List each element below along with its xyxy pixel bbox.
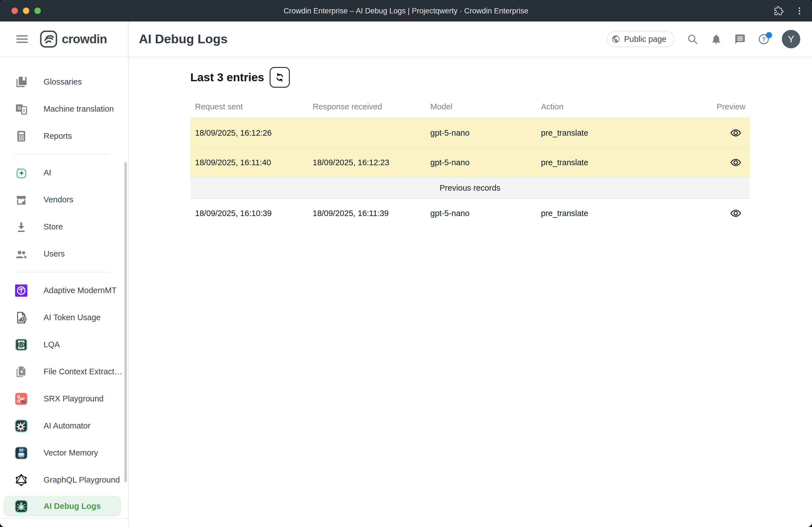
public-page-button[interactable]: Public page: [607, 31, 675, 47]
refresh-icon: [274, 72, 286, 83]
adaptive-modernmt-icon: [15, 284, 28, 297]
sidebar-item-label: File Context Extract…: [44, 367, 122, 376]
browser-window: Crowdin Enterprise – AI Debug Logs | Pro…: [0, 0, 812, 527]
close-window-button[interactable]: [12, 7, 18, 14]
browser-menu-kebab-icon[interactable]: [795, 6, 804, 16]
sidebar-item-graphql-playground[interactable]: GraphQL Playground: [0, 466, 128, 494]
titlebar: Crowdin Enterprise – AI Debug Logs | Pro…: [0, 0, 812, 21]
vector-memory-icon: 文A: [15, 446, 28, 460]
search-icon[interactable]: [687, 33, 698, 45]
preview-eye-icon[interactable]: [730, 129, 741, 137]
globe-icon: [611, 35, 620, 44]
sidebar-divider: [13, 272, 110, 272]
cell-action: pre_translate: [536, 209, 716, 218]
sidebar-item-machine-translation[interactable]: G文Machine translation: [0, 95, 128, 122]
sidebar-item-glossaries[interactable]: Glossaries: [0, 69, 128, 95]
previous-records-label: Previous records: [439, 183, 501, 193]
file-context-extractor-icon: [15, 365, 28, 378]
main-area: AI Debug Logs Public page: [129, 21, 812, 527]
users-icon: [15, 247, 28, 261]
sidebar-item-label: AI: [44, 168, 51, 177]
sidebar-item-ai[interactable]: AI: [0, 159, 128, 186]
header-actions: Public page ? Y: [607, 30, 800, 48]
sidebar-item-vector-memory[interactable]: 文AVector Memory: [0, 439, 128, 466]
notifications-bell-icon[interactable]: [711, 33, 722, 45]
lqa-icon: [15, 338, 28, 351]
sidebar-item-ai-automator[interactable]: AI Automator: [0, 412, 128, 439]
sidebar-item-label: Glossaries: [44, 77, 82, 87]
sidebar-header: crowdin: [0, 21, 128, 57]
cell-action: pre_translate: [536, 129, 716, 138]
main-header: AI Debug Logs Public page: [129, 21, 812, 57]
sidebar-item-lqa[interactable]: LQA: [0, 331, 128, 358]
sidebar-item-ai-token-usage[interactable]: AI Token Usage: [0, 304, 128, 331]
minimize-window-button[interactable]: [23, 7, 29, 14]
preview-eye-icon[interactable]: [730, 158, 741, 167]
sidebar: crowdin GlossariesG文Machine translationR…: [0, 21, 129, 527]
sidebar-divider: [13, 154, 110, 155]
zoom-window-button[interactable]: [34, 7, 41, 14]
svg-text:G: G: [17, 106, 21, 111]
sidebar-item-label: AI Token Usage: [44, 313, 101, 322]
sidebar-item-reports[interactable]: Reports: [0, 122, 128, 150]
sidebar-item-label: SRX Playground: [44, 394, 103, 403]
vendors-icon: [15, 193, 28, 207]
table-body: 18/09/2025, 16:12:26gpt-5-nanopre_transl…: [190, 118, 750, 228]
entries-heading: Last 3 entries: [190, 71, 264, 84]
content-area: Last 3 entries Request sentResponse rece…: [129, 57, 812, 527]
cell-preview: [716, 158, 750, 167]
messages-chat-icon[interactable]: [734, 33, 746, 45]
help-icon[interactable]: ?: [758, 33, 770, 45]
sidebar-item-file-context-extractor[interactable]: File Context Extract…: [0, 358, 128, 385]
svg-text:文A: 文A: [19, 449, 24, 452]
cell-request_sent: 18/09/2025, 16:10:39: [190, 209, 308, 218]
window-controls: [12, 7, 41, 14]
ai-token-usage-icon: [15, 311, 28, 325]
svg-text:文: 文: [22, 108, 26, 113]
ai-debug-logs-icon: [15, 500, 28, 513]
machine-translation-icon: G文: [15, 103, 28, 116]
cell-preview: [716, 209, 750, 218]
reports-icon: [15, 130, 28, 143]
cell-model: gpt-5-nano: [425, 209, 536, 218]
svg-text:?: ?: [762, 36, 766, 43]
sidebar-item-label: AI Automator: [44, 421, 90, 431]
previous-records-row: Previous records: [190, 177, 750, 198]
sidebar-item-label: GraphQL Playground: [44, 476, 120, 485]
sidebar-item-label: Users: [44, 249, 65, 258]
page-title: AI Debug Logs: [139, 32, 228, 46]
sidebar-item-vendors[interactable]: Vendors: [0, 186, 128, 213]
app-body: crowdin GlossariesG文Machine translationR…: [0, 21, 812, 527]
sidebar-nav: GlossariesG文Machine translationReportsAI…: [0, 57, 128, 518]
sidebar-item-srx-playground[interactable]: SRX Playground: [0, 385, 128, 412]
cell-preview: [716, 129, 750, 137]
browser-tab-title: Crowdin Enterprise – AI Debug Logs | Pro…: [284, 6, 528, 15]
ai-automator-icon: [15, 419, 28, 433]
refresh-button[interactable]: [270, 67, 290, 88]
extensions-puzzle-icon[interactable]: [774, 6, 783, 16]
hamburger-menu-icon[interactable]: [16, 33, 29, 45]
sidebar-item-store[interactable]: Store: [0, 213, 128, 240]
graphql-playground-icon: [15, 473, 28, 487]
sidebar-item-users[interactable]: Users: [0, 240, 128, 267]
glossaries-icon: [15, 75, 28, 89]
sidebar-bottom-strip: [0, 518, 128, 527]
sidebar-item-ai-debug-logs[interactable]: AI Debug Logs: [3, 496, 121, 517]
log-table-row: 18/09/2025, 16:11:4018/09/2025, 16:12:23…: [190, 147, 750, 177]
crowdin-logo[interactable]: crowdin: [40, 30, 107, 48]
sidebar-item-adaptive-modernmt[interactable]: Adaptive ModernMT: [0, 277, 128, 304]
preview-eye-icon[interactable]: [730, 209, 741, 218]
sidebar-item-label: LQA: [44, 340, 60, 349]
log-table-row: 18/09/2025, 16:12:26gpt-5-nanopre_transl…: [190, 118, 750, 147]
user-avatar[interactable]: Y: [782, 30, 800, 48]
cell-response_received: 18/09/2025, 16:12:23: [308, 158, 425, 167]
sidebar-scrollbar[interactable]: [124, 162, 127, 482]
cell-request_sent: 18/09/2025, 16:11:40: [190, 158, 308, 167]
cell-model: gpt-5-nano: [425, 129, 536, 138]
ai-icon: [15, 166, 28, 180]
store-icon: [15, 220, 28, 234]
column-header: Response received: [308, 102, 425, 111]
sidebar-item-label: Store: [44, 222, 63, 231]
cell-model: gpt-5-nano: [425, 158, 536, 167]
cell-response_received: 18/09/2025, 16:11:39: [308, 209, 425, 218]
